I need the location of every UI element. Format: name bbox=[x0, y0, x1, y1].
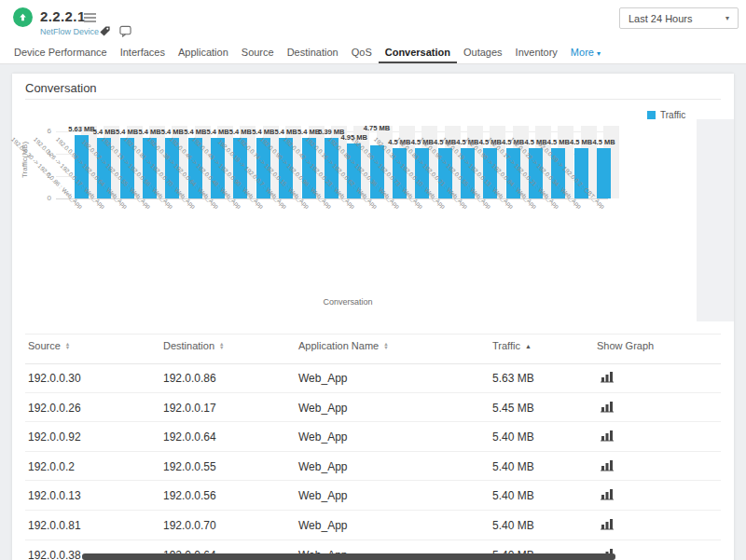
horizontal-scrollbar-thumb[interactable] bbox=[82, 553, 615, 560]
device-title: 2.2.2.1 bbox=[40, 8, 86, 24]
show-graph-icon[interactable] bbox=[600, 400, 618, 416]
cell-destination: 192.0.0.55 bbox=[163, 460, 216, 473]
column-header-source[interactable]: Source▲▼ bbox=[28, 340, 70, 351]
cell-source: 192.0.0.13 bbox=[28, 489, 81, 502]
tab-interfaces[interactable]: Interfaces bbox=[114, 42, 172, 63]
x-axis-title: Conversation bbox=[161, 297, 534, 307]
table-row: 192.0.0.2192.0.0.55Web_App5.40 MB bbox=[25, 452, 721, 482]
chart-plot: Traffic(MB) Conversation 02465.63 MB192.… bbox=[12, 74, 734, 325]
tab-application[interactable]: Application bbox=[172, 42, 235, 63]
device-status-up-icon bbox=[13, 7, 33, 27]
cell-source: 192.0.0.2 bbox=[28, 460, 75, 473]
show-graph-icon[interactable] bbox=[600, 429, 618, 444]
cell-destination: 192.0.0.70 bbox=[163, 519, 216, 532]
show-graph-icon[interactable] bbox=[600, 458, 618, 474]
time-range-value: Last 24 Hours bbox=[629, 13, 692, 24]
y-axis-title: Traffic(MB) bbox=[21, 128, 29, 193]
column-header-destination[interactable]: Destination▲▼ bbox=[163, 340, 225, 351]
cell-application-name: Web_App bbox=[298, 519, 347, 532]
conversation-panel: Conversation Traffic Traffic(MB) Convers… bbox=[12, 74, 734, 560]
show-graph-icon[interactable] bbox=[600, 487, 618, 503]
cell-application-name: Web_App bbox=[298, 430, 347, 444]
chart-bar[interactable] bbox=[597, 148, 611, 198]
page: 2.2.2.1 NetFlow Device Last 24 Hours ▾ D… bbox=[0, 0, 746, 560]
tab-source[interactable]: Source bbox=[235, 42, 281, 63]
cell-traffic: 5.45 MB bbox=[492, 402, 534, 415]
tab-outages[interactable]: Outages bbox=[457, 42, 509, 63]
cell-application-name: Web_App bbox=[298, 372, 347, 385]
table-row: 192.0.0.30192.0.0.86Web_App5.63 MB bbox=[25, 363, 721, 393]
cell-destination: 192.0.0.56 bbox=[163, 489, 216, 502]
tab-conversation[interactable]: Conversation bbox=[379, 42, 457, 63]
tag-icon[interactable] bbox=[99, 24, 112, 37]
tab-bar: Device PerformanceInterfacesApplicationS… bbox=[0, 42, 746, 64]
cell-source: 192.0.0.92 bbox=[28, 430, 81, 444]
show-graph-icon[interactable] bbox=[600, 517, 618, 533]
table-row: 192.0.0.81192.0.0.70Web_App5.40 MB bbox=[25, 511, 721, 540]
cell-source: 192.0.0.81 bbox=[28, 519, 81, 532]
cell-source: 192.0.0.26 bbox=[28, 402, 81, 415]
table-row: 192.0.0.26192.0.0.17Web_App5.45 MB bbox=[25, 393, 721, 423]
sort-icon: ▲▼ bbox=[219, 342, 224, 350]
arrow-up-icon bbox=[18, 12, 28, 22]
menu-icon[interactable] bbox=[84, 13, 96, 25]
cell-destination: 192.0.0.17 bbox=[163, 402, 216, 415]
bar-value-label: 4.5 MB bbox=[582, 138, 627, 146]
y-tick-label: 0 bbox=[38, 194, 51, 202]
column-header-application-name[interactable]: Application Name▲▼ bbox=[298, 340, 389, 351]
cell-traffic: 5.40 MB bbox=[492, 489, 534, 502]
cell-traffic: 5.40 MB bbox=[492, 430, 534, 444]
cell-destination: 192.0.0.64 bbox=[163, 430, 216, 444]
tab-destination[interactable]: Destination bbox=[281, 42, 345, 63]
device-header: 2.2.2.1 NetFlow Device Last 24 Hours ▾ bbox=[0, 0, 746, 42]
show-graph-icon[interactable] bbox=[600, 370, 618, 386]
chevron-down-icon: ▾ bbox=[725, 14, 729, 22]
table-row: 192.0.0.13192.0.0.56Web_App5.40 MB bbox=[25, 481, 721, 511]
cell-source: 192.0.0.30 bbox=[28, 372, 81, 385]
cell-traffic: 5.63 MB bbox=[492, 372, 534, 385]
cell-traffic: 5.40 MB bbox=[492, 519, 534, 532]
chat-icon[interactable] bbox=[119, 24, 132, 37]
tab-device-performance[interactable]: Device Performance bbox=[7, 42, 114, 63]
device-type-link[interactable]: NetFlow Device bbox=[40, 27, 99, 36]
chart-right-gutter bbox=[697, 119, 734, 321]
sort-icon: ▲▼ bbox=[65, 342, 70, 350]
time-range-dropdown[interactable]: Last 24 Hours ▾ bbox=[619, 7, 739, 29]
cell-application-name: Web_App bbox=[298, 460, 347, 473]
column-header-show-graph: Show Graph bbox=[597, 340, 654, 351]
tab-inventory[interactable]: Inventory bbox=[509, 42, 564, 63]
cell-application-name: Web_App bbox=[298, 489, 347, 502]
cell-traffic: 5.40 MB bbox=[492, 460, 534, 473]
sort-asc-icon: ▲ bbox=[525, 343, 532, 349]
cell-source: 192.0.0.38 bbox=[28, 549, 81, 560]
tab-more[interactable]: More ▾ bbox=[564, 42, 607, 63]
tab-qos[interactable]: QoS bbox=[345, 42, 379, 63]
divider bbox=[25, 334, 721, 335]
cell-destination: 192.0.0.86 bbox=[163, 372, 216, 385]
table-row: 192.0.0.92192.0.0.64Web_App5.40 MB bbox=[25, 422, 721, 452]
cell-application-name: Web_App bbox=[298, 402, 347, 415]
column-header-traffic[interactable]: Traffic▲ bbox=[492, 340, 532, 351]
chevron-down-icon: ▾ bbox=[597, 49, 601, 58]
sort-icon: ▲▼ bbox=[383, 342, 388, 350]
